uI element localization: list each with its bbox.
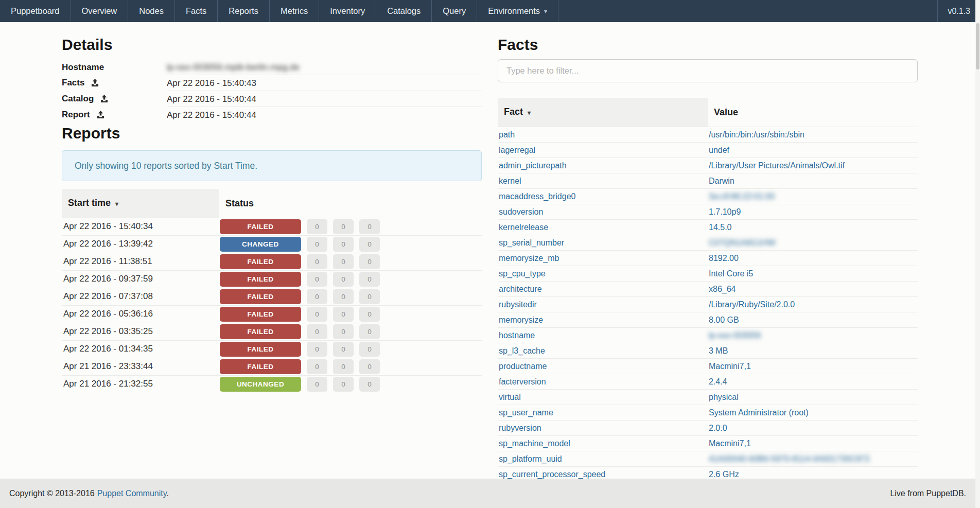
- fact-name-link[interactable]: rubyversion: [499, 424, 541, 432]
- report-status-group: FAILED000: [220, 272, 481, 287]
- fact-value-link[interactable]: 3 MB: [709, 346, 728, 355]
- fact-row: kernelDarwin: [498, 173, 918, 189]
- fact-name-link[interactable]: admin_picturepath: [499, 161, 567, 170]
- nav-item-nodes[interactable]: Nodes: [128, 0, 175, 22]
- report-status-group: UNCHANGED000: [220, 377, 481, 392]
- fact-name-link[interactable]: sp_platform_uuid: [499, 454, 562, 463]
- chevron-down-icon: ▾: [544, 8, 547, 15]
- fact-value-link[interactable]: physical: [709, 393, 739, 401]
- fact-value-link[interactable]: Intel Core i5: [709, 269, 753, 278]
- fact-name-link[interactable]: sp_user_name: [499, 408, 553, 417]
- facts-filter-input[interactable]: [498, 59, 918, 82]
- fact-name-link[interactable]: sp_l3_cache: [499, 346, 545, 355]
- scrollbar-track[interactable]: [975, 0, 980, 508]
- fact-value-link[interactable]: /Library/Ruby/Site/2.0.0: [709, 300, 795, 309]
- upload-icon[interactable]: [97, 111, 104, 120]
- column-header-fact[interactable]: Fact▾: [498, 98, 708, 127]
- puppet-community-link[interactable]: Puppet Community: [97, 489, 167, 498]
- detail-label-text: Facts: [62, 78, 84, 87]
- detail-value-text: Apr 22 2016 - 15:40:44: [167, 94, 256, 104]
- fact-name-link[interactable]: kernel: [499, 177, 521, 185]
- upload-icon[interactable]: [91, 79, 99, 89]
- fact-name-link[interactable]: sp_serial_number: [499, 238, 564, 247]
- fact-value-link[interactable]: /Library/User Pictures/Animals/Owl.tif: [709, 161, 845, 170]
- nav-item-query[interactable]: Query: [432, 0, 477, 22]
- nav-item-environments[interactable]: Environments ▾: [477, 0, 558, 22]
- status-badge: FAILED: [220, 324, 301, 339]
- fact-value-link[interactable]: undef: [709, 146, 729, 154]
- detail-value: Apr 22 2016 - 15:40:44: [167, 91, 482, 107]
- fact-name-link[interactable]: kernelrelease: [499, 223, 548, 232]
- nav-item-facts[interactable]: Facts: [175, 0, 218, 22]
- nav-brand-puppetboard[interactable]: Puppetboard: [0, 0, 71, 22]
- fact-value-link[interactable]: Darwin: [709, 177, 734, 185]
- fact-row: sp_serial_numberC07QN1A6G1HW: [498, 235, 918, 251]
- fact-value-cell: 3 MB: [708, 343, 918, 359]
- fact-name-link[interactable]: memorysize_mb: [499, 254, 559, 262]
- fact-value-cell: Intel Core i5: [708, 266, 918, 282]
- fact-value-link[interactable]: 3a:c9:86:22:01:00: [709, 192, 775, 201]
- fact-value-link[interactable]: x86_64: [709, 285, 736, 293]
- fact-name-link[interactable]: sp_cpu_type: [499, 269, 546, 278]
- fact-name-cell: productname: [498, 359, 708, 374]
- nav-item-reports[interactable]: Reports: [218, 0, 270, 22]
- report-row: Apr 22 2016 - 07:37:08FAILED000: [62, 288, 482, 305]
- fact-name-link[interactable]: macaddress_bridge0: [499, 192, 575, 201]
- fact-value-link[interactable]: C07QN1A6G1HW: [709, 238, 776, 247]
- fact-name-link[interactable]: virtual: [499, 393, 521, 401]
- fact-value-cell: /usr/bin:/bin:/usr/sbin:/sbin: [708, 127, 918, 143]
- fact-value-link[interactable]: 2.0.0: [709, 424, 727, 432]
- report-counter: 0: [307, 272, 327, 287]
- nav-item-overview[interactable]: Overview: [71, 0, 129, 22]
- fact-value-link[interactable]: System Administrator (root): [709, 408, 809, 417]
- nav-item-inventory[interactable]: Inventory: [319, 0, 376, 22]
- fact-name-link[interactable]: architecture: [499, 285, 542, 293]
- upload-icon[interactable]: [100, 95, 108, 104]
- fact-value-link[interactable]: 14.5.0: [709, 223, 731, 232]
- fact-value-cell: physical: [708, 390, 918, 405]
- column-header-value[interactable]: Value: [708, 98, 918, 127]
- report-counter: 0: [359, 237, 380, 252]
- column-header-status[interactable]: Status: [219, 189, 482, 218]
- fact-name-link[interactable]: sudoversion: [499, 207, 543, 216]
- fact-value-link[interactable]: 2.6 GHz: [709, 470, 739, 479]
- fact-name-link[interactable]: productname: [499, 362, 547, 371]
- fact-name-link[interactable]: memorysize: [499, 316, 543, 324]
- scrollbar-thumb[interactable]: [976, 23, 979, 69]
- facts-column: Facts Fact▾ Value path/usr/bin:/bin:/usr…: [498, 22, 918, 482]
- version-label: v0.1.3: [937, 0, 980, 22]
- nav-item-metrics[interactable]: Metrics: [270, 0, 319, 22]
- fact-value-cell: Darwin: [708, 173, 918, 189]
- fact-value-link[interactable]: lp-osx-003056: [709, 331, 761, 340]
- status-badge: FAILED: [220, 289, 301, 304]
- report-counter: 0: [307, 289, 327, 304]
- sort-desc-icon: ▾: [528, 109, 531, 116]
- fact-name-link[interactable]: sp_machine_model: [499, 439, 570, 448]
- detail-label-text: Catalog: [62, 94, 94, 103]
- nav-item-catalogs[interactable]: Catalogs: [376, 0, 432, 22]
- fact-value-cell: 2.4.4: [708, 374, 918, 390]
- fact-name-link[interactable]: rubysitedir: [499, 300, 537, 309]
- fact-value-link[interactable]: 41A00040-60B6-5970-8114-0A931730C872: [709, 454, 870, 463]
- fact-value-link[interactable]: Macmini7,1: [709, 439, 751, 448]
- fact-value-link[interactable]: 8192.00: [709, 254, 739, 262]
- report-start-time: Apr 22 2016 - 13:39:42: [62, 235, 219, 253]
- fact-value-link[interactable]: 1.7.10p9: [709, 207, 741, 216]
- report-row: Apr 22 2016 - 09:37:59FAILED000: [62, 270, 482, 288]
- fact-name-link[interactable]: facterversion: [499, 377, 546, 386]
- fact-name-cell: macaddress_bridge0: [498, 189, 708, 204]
- fact-value-link[interactable]: Macmini7,1: [709, 362, 751, 371]
- column-header-start-time[interactable]: Start time▾: [62, 189, 219, 218]
- fact-value-link[interactable]: 8.00 GB: [709, 316, 739, 324]
- fact-name-link[interactable]: lagerregal: [499, 146, 535, 154]
- fact-value-cell: System Administrator (root): [708, 405, 918, 421]
- report-status-group: FAILED000: [220, 342, 481, 357]
- fact-name-cell: kernel: [498, 173, 708, 189]
- report-counter: 0: [359, 272, 380, 287]
- fact-name-link[interactable]: hostname: [499, 331, 535, 340]
- fact-value-link[interactable]: 2.4.4: [709, 377, 727, 386]
- fact-name-link[interactable]: sp_current_processor_speed: [499, 470, 605, 479]
- fact-name-link[interactable]: path: [499, 130, 515, 139]
- report-row: Apr 21 2016 - 21:32:55UNCHANGED000: [62, 375, 482, 393]
- fact-value-link[interactable]: /usr/bin:/bin:/usr/sbin:/sbin: [709, 130, 804, 139]
